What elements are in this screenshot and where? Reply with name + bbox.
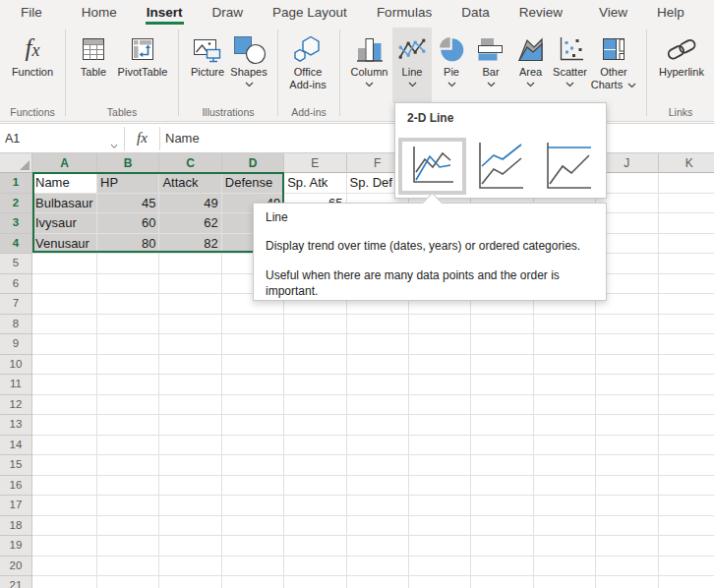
cell-H13[interactable]: [471, 415, 533, 436]
cell-B11[interactable]: [97, 375, 159, 395]
cell-J9[interactable]: [596, 334, 658, 355]
cell-A13[interactable]: [32, 415, 97, 436]
cell-E1[interactable]: Sp. Atk: [284, 173, 346, 194]
cell-G11[interactable]: [409, 375, 471, 395]
cell-I11[interactable]: [534, 375, 596, 395]
tab-page-layout[interactable]: Page Layout: [272, 0, 347, 25]
select-all-corner[interactable]: [0, 153, 32, 173]
cell-F20[interactable]: [347, 557, 409, 577]
row-header-9[interactable]: 9: [0, 334, 32, 355]
cell-C5[interactable]: [159, 254, 221, 274]
tab-data[interactable]: Data: [461, 0, 490, 25]
cell-K4[interactable]: [659, 234, 714, 255]
cell-J12[interactable]: [596, 395, 658, 416]
cell-A5[interactable]: [32, 254, 97, 274]
cell-K17[interactable]: [659, 496, 714, 516]
cell-J10[interactable]: [596, 355, 658, 376]
cell-I16[interactable]: [534, 476, 596, 497]
scatter-chart-button[interactable]: Scatter: [551, 28, 589, 102]
row-header-7[interactable]: 7: [0, 294, 32, 315]
row-header-15[interactable]: 15: [0, 455, 32, 476]
row-header-11[interactable]: 11: [0, 375, 32, 395]
cell-K13[interactable]: [659, 415, 714, 436]
cell-A14[interactable]: [32, 436, 97, 456]
row-header-10[interactable]: 10: [0, 355, 32, 376]
hyperlink-button[interactable]: Hyperlink: [653, 28, 710, 102]
cell-H11[interactable]: [471, 375, 533, 395]
cell-E19[interactable]: [284, 536, 346, 557]
cell-A1[interactable]: Name: [32, 173, 97, 194]
cell-J13[interactable]: [596, 415, 658, 436]
cell-G20[interactable]: [409, 557, 471, 577]
cell-I13[interactable]: [534, 415, 596, 436]
cell-F17[interactable]: [347, 496, 409, 516]
cell-K16[interactable]: [659, 476, 714, 497]
tab-home[interactable]: Home: [82, 0, 117, 25]
row-header-6[interactable]: 6: [0, 274, 32, 295]
cell-D21[interactable]: [222, 576, 284, 588]
cell-K21[interactable]: [659, 576, 714, 588]
cell-B18[interactable]: [97, 516, 159, 537]
cell-G14[interactable]: [409, 436, 471, 456]
cell-B1[interactable]: HP: [97, 173, 159, 194]
cell-J11[interactable]: [596, 375, 658, 395]
cell-H19[interactable]: [471, 536, 533, 557]
tab-review[interactable]: Review: [519, 0, 563, 25]
area-dropdown-chevron[interactable]: [511, 82, 550, 88]
gallery-item-stacked-line[interactable]: [478, 141, 524, 196]
cell-A12[interactable]: [32, 395, 97, 416]
scatter-dropdown-chevron[interactable]: [551, 82, 589, 88]
cell-I20[interactable]: [534, 557, 596, 577]
cell-K14[interactable]: [659, 436, 714, 456]
cell-B15[interactable]: [97, 455, 159, 476]
other-charts-button[interactable]: Other Charts: [590, 28, 637, 102]
gallery-item-100-stacked-line[interactable]: [546, 141, 592, 196]
cell-G8[interactable]: [409, 315, 471, 335]
cell-C19[interactable]: [159, 536, 221, 557]
column-header-D[interactable]: D: [222, 153, 284, 173]
row-header-19[interactable]: 19: [0, 536, 32, 557]
cell-B7[interactable]: [97, 294, 159, 315]
cell-C17[interactable]: [159, 496, 221, 516]
column-header-C[interactable]: C: [159, 153, 221, 173]
cell-C12[interactable]: [159, 395, 221, 416]
cell-F8[interactable]: [347, 315, 409, 335]
column-chart-button[interactable]: Column: [346, 28, 392, 102]
pivottable-button[interactable]: PivotTable: [115, 28, 170, 102]
cell-A6[interactable]: [32, 274, 97, 295]
cell-G16[interactable]: [409, 476, 471, 497]
cell-K10[interactable]: [659, 355, 714, 376]
row-header-3[interactable]: 3: [0, 213, 32, 234]
cell-A21[interactable]: [32, 576, 97, 588]
cell-A19[interactable]: [32, 536, 97, 557]
cell-A16[interactable]: [32, 476, 97, 497]
row-header-21[interactable]: 21: [0, 576, 32, 588]
cell-J15[interactable]: [596, 455, 658, 476]
tab-insert[interactable]: Insert: [147, 0, 183, 25]
tab-draw[interactable]: Draw: [212, 0, 244, 25]
cell-E9[interactable]: [284, 334, 346, 355]
cell-B14[interactable]: [97, 436, 159, 456]
cell-D16[interactable]: [222, 476, 284, 497]
row-header-14[interactable]: 14: [0, 436, 32, 456]
cell-C9[interactable]: [159, 334, 221, 355]
shapes-button[interactable]: Shapes: [228, 28, 269, 102]
cell-C14[interactable]: [159, 436, 221, 456]
cell-D20[interactable]: [222, 557, 284, 577]
cell-B10[interactable]: [97, 355, 159, 376]
row-header-8[interactable]: 8: [0, 315, 32, 335]
cell-F10[interactable]: [347, 355, 409, 376]
cell-C20[interactable]: [159, 557, 221, 577]
cell-F16[interactable]: [347, 476, 409, 497]
row-header-13[interactable]: 13: [0, 415, 32, 436]
cell-K1[interactable]: [659, 173, 714, 194]
cell-B16[interactable]: [97, 476, 159, 497]
cell-B6[interactable]: [97, 274, 159, 295]
cell-G9[interactable]: [409, 334, 471, 355]
cell-A9[interactable]: [32, 334, 97, 355]
cell-B9[interactable]: [97, 334, 159, 355]
tab-help[interactable]: Help: [657, 0, 684, 25]
picture-button[interactable]: Picture: [185, 28, 230, 102]
cell-K5[interactable]: [659, 254, 714, 274]
tab-file[interactable]: File: [21, 0, 42, 25]
